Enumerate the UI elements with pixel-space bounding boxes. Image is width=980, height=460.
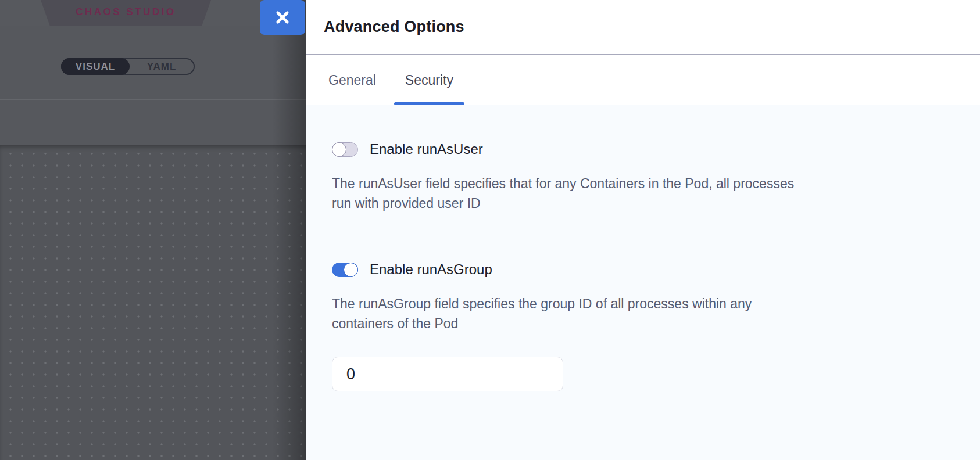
tab-general-label: General (328, 73, 376, 88)
drawer-title: Advanced Options (324, 18, 980, 36)
run-as-group-toggle[interactable] (332, 263, 358, 277)
chaos-studio-background: CHAOS STUDIO VISUAL YAML (0, 0, 306, 460)
drawer-header: Advanced Options (306, 0, 980, 55)
visual-view-tab[interactable]: VISUAL (61, 58, 130, 75)
close-icon (275, 10, 290, 25)
view-mode-toggle-row: VISUAL YAML (61, 58, 195, 75)
close-drawer-button[interactable] (260, 0, 305, 35)
run-as-group-description: The runAsGroup field specifies the group… (332, 294, 957, 333)
description-line: run with provided user ID (332, 193, 957, 213)
run-as-user-description: The runAsUser field specifies that for a… (332, 174, 957, 213)
run-as-user-field: Enable runAsUser The runAsUser field spe… (332, 142, 957, 213)
security-tab-panel: Enable runAsUser The runAsUser field spe… (306, 105, 980, 460)
screen: CHAOS STUDIO VISUAL YAML Advanced Option… (0, 0, 980, 460)
run-as-group-field: Enable runAsGroup The runAsGroup field s… (332, 262, 957, 391)
toggle-knob (344, 263, 358, 277)
run-as-group-value-input[interactable] (332, 357, 563, 391)
run-as-group-label: Enable runAsGroup (370, 261, 492, 278)
run-as-user-label: Enable runAsUser (370, 141, 483, 157)
advanced-options-drawer: Advanced Options General Security Enable… (306, 0, 980, 460)
run-as-group-row: Enable runAsGroup (332, 262, 957, 277)
active-tab-underline (394, 102, 464, 105)
description-line: containers of the Pod (332, 314, 957, 333)
chaos-studio-title: CHAOS STUDIO (76, 6, 176, 20)
description-line: The runAsUser field specifies that for a… (332, 174, 957, 193)
view-mode-toggle[interactable]: VISUAL YAML (61, 58, 195, 75)
tab-general[interactable]: General (317, 55, 387, 105)
tab-security[interactable]: Security (394, 55, 464, 105)
run-as-user-toggle[interactable] (332, 142, 358, 157)
chaos-studio-banner: CHAOS STUDIO (41, 0, 211, 26)
toolbar-divider (0, 99, 306, 100)
yaml-view-tab[interactable]: YAML (130, 58, 194, 75)
run-as-user-row: Enable runAsUser (332, 142, 957, 157)
tab-security-label: Security (405, 73, 453, 88)
experiment-canvas (0, 145, 306, 460)
toggle-knob (332, 142, 346, 157)
description-line: The runAsGroup field specifies the group… (332, 294, 957, 314)
drawer-tab-bar: General Security (306, 55, 980, 105)
